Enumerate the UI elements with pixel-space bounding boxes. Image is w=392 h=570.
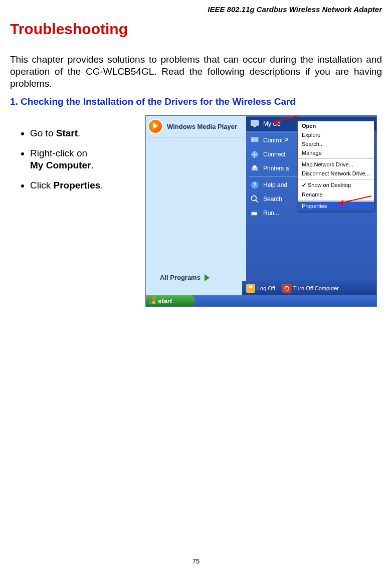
text-bold: My Computer	[30, 160, 91, 170]
start-menu-bottom-bar: Log Off Turn Off Computer	[242, 281, 376, 295]
svg-rect-2	[251, 137, 259, 142]
windows-logo-icon	[149, 297, 156, 304]
connect-icon	[249, 149, 260, 160]
logoff-icon	[246, 284, 255, 293]
item-label: Run...	[263, 210, 279, 217]
context-menu-show-desktop[interactable]: ✔Show on Desktop	[298, 180, 374, 190]
context-menu-disconnect-drive[interactable]: Disconnect Network Drive...	[298, 169, 374, 178]
power-icon	[282, 284, 291, 293]
page-number: 75	[0, 557, 392, 565]
context-menu-explore[interactable]: Explore	[298, 130, 374, 139]
svg-marker-17	[337, 200, 343, 205]
context-menu-search[interactable]: Search...	[298, 139, 374, 148]
help-icon: ?	[249, 179, 260, 191]
context-menu-manage[interactable]: Manage	[298, 148, 374, 157]
item-label: Connect	[263, 151, 286, 158]
svg-rect-7	[253, 165, 257, 167]
page-title: Troubleshooting	[10, 21, 382, 38]
start-button[interactable]: start	[146, 295, 195, 306]
svg-point-4	[256, 139, 257, 140]
list-item: Click Properties.	[30, 179, 145, 192]
all-programs-label: All Programs	[160, 274, 201, 281]
turnoff-button[interactable]: Turn Off Computer	[282, 284, 339, 293]
chevron-right-icon	[205, 274, 210, 281]
svg-line-14	[275, 115, 309, 122]
item-label: Printers a	[263, 165, 289, 172]
item-label: Show on Desktop	[308, 182, 351, 188]
text-bold: Start	[56, 128, 78, 138]
list-item: Right-click on My Computer.	[30, 147, 145, 171]
svg-marker-15	[272, 119, 278, 124]
svg-line-16	[340, 196, 371, 203]
document-header: IEEE 802.11g Cardbus Wireless Network Ad…	[10, 5, 382, 14]
text: Right-click on	[30, 148, 87, 158]
text: Click	[30, 180, 53, 191]
svg-line-11	[256, 200, 258, 203]
text-bold: Properties	[53, 180, 100, 191]
svg-rect-13	[251, 211, 257, 213]
text: Go to	[30, 128, 56, 138]
svg-point-3	[252, 139, 254, 140]
context-menu-map-drive[interactable]: Map Network Drive...	[298, 160, 374, 169]
item-label: Control P	[263, 137, 288, 144]
item-label: Help and	[263, 181, 287, 188]
section-heading: 1. Checking the Installation of the Driv…	[10, 96, 382, 107]
divider	[298, 158, 374, 159]
wmp-label: Windows Media Player	[167, 123, 237, 130]
instruction-list: Go to Start. Right-click on My Computer.…	[10, 115, 145, 199]
text: .	[91, 160, 93, 170]
svg-rect-6	[252, 167, 258, 171]
start-label: start	[158, 297, 172, 305]
screenshot-image: Windows Media Player All Programs My Co	[145, 115, 377, 307]
search-icon	[249, 194, 260, 205]
control-panel-icon	[249, 135, 260, 146]
check-icon: ✔	[302, 182, 308, 188]
all-programs-button[interactable]: All Programs	[160, 274, 210, 281]
logoff-label: Log Off	[257, 285, 275, 291]
svg-rect-0	[251, 121, 259, 126]
list-item: Go to Start.	[30, 127, 145, 139]
svg-text:?: ?	[253, 182, 256, 188]
text: .	[100, 180, 103, 191]
divider	[298, 179, 374, 179]
arrow-annotation	[336, 195, 373, 206]
turnoff-label: Turn Off Computer	[293, 285, 339, 291]
text: .	[78, 128, 80, 138]
monitor-icon	[249, 118, 260, 129]
arrow-annotation	[271, 115, 311, 125]
logoff-button[interactable]: Log Off	[246, 284, 275, 293]
intro-paragraph: This chapter provides solutions to probl…	[10, 54, 382, 89]
svg-rect-1	[254, 126, 256, 127]
run-icon	[249, 208, 260, 219]
item-label: Search	[263, 196, 282, 203]
printer-icon	[249, 163, 260, 174]
media-player-icon	[148, 119, 163, 134]
